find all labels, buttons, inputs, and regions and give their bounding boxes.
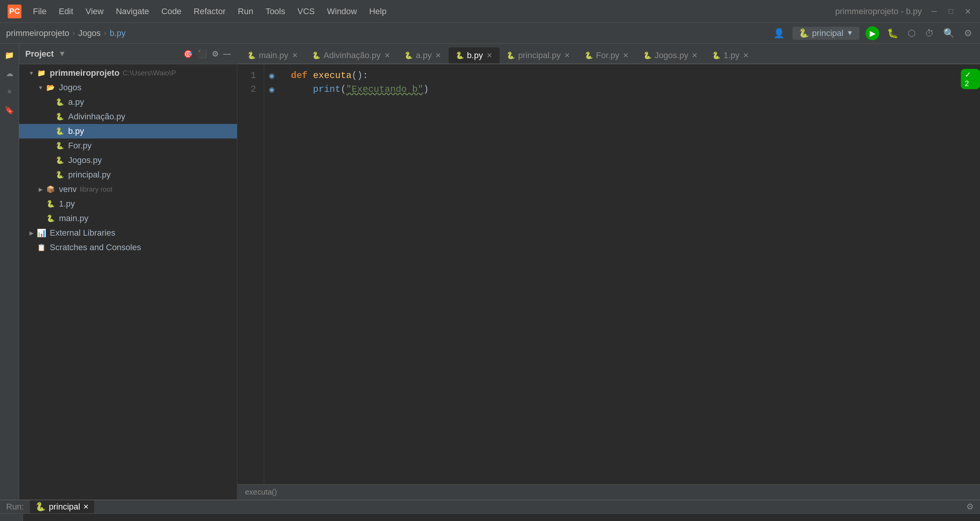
tab-adivinhacaopy[interactable]: 🐍 Adivinhação.py ✕ — [305, 47, 397, 64]
menu-file[interactable]: File — [28, 5, 52, 18]
code-breadcrumb: executa() — [237, 484, 980, 500]
window-controls: ─ □ ✕ — [929, 7, 972, 16]
editor-area: 🐍 main.py ✕ 🐍 Adivinhação.py ✕ 🐍 a.py ✕ … — [237, 44, 980, 500]
tab-apy[interactable]: 🐍 a.py ✕ — [397, 47, 449, 64]
breadcrumb-file[interactable]: b.py — [109, 28, 126, 38]
tree-item-adivinhacaopy[interactable]: 🐍 Adivinhação.py — [19, 109, 237, 124]
tab-bpy[interactable]: 🐍 b.py ✕ — [449, 47, 500, 64]
code-editor[interactable]: 1 2 ◉ ◉ def executa(): print("Executando… — [237, 64, 980, 484]
project-panel-header: Project ▼ 🎯 ⬛ ⚙ — — [19, 44, 237, 64]
editor-right: ✓ 2 — [961, 64, 980, 484]
menu-run[interactable]: Run — [232, 5, 258, 18]
tree-item-bpy[interactable]: 🐍 b.py — [19, 124, 237, 138]
close-button[interactable]: ✕ — [963, 7, 972, 16]
close-tab-mainpy[interactable]: ✕ — [291, 52, 298, 59]
debug-button[interactable]: 🐛 — [885, 26, 900, 40]
breakpoint-2[interactable]: ◉ — [266, 84, 278, 95]
run-config-selector[interactable]: 🐍 principal ▼ — [792, 27, 859, 40]
close-tab-forpy[interactable]: ✕ — [622, 52, 629, 59]
code-line-2: print("Executando b") — [291, 83, 953, 96]
profile-button[interactable]: ⏱ — [923, 26, 936, 40]
nav-bar: primmeiroprojeto › Jogos › b.py 👤 🐍 prin… — [0, 23, 980, 44]
tree-item-forpy[interactable]: 🐍 For.py — [19, 138, 237, 153]
menu-navigate[interactable]: Navigate — [111, 5, 155, 18]
tree-item-mainpy[interactable]: 🐍 main.py — [19, 211, 237, 226]
tree-item-apy[interactable]: 🐍 a.py — [19, 95, 237, 109]
tab-forpy[interactable]: 🐍 For.py ✕ — [578, 47, 636, 64]
run-output: C:\Users\Waio\PycharmProjects\primmeirop… — [23, 514, 980, 521]
project-close-icon[interactable]: — — [223, 49, 231, 59]
menu-refactor[interactable]: Refactor — [188, 5, 231, 18]
line-numbers: 1 2 — [237, 64, 264, 484]
coverage-button[interactable]: ⬡ — [906, 26, 917, 40]
project-panel: Project ▼ 🎯 ⬛ ⚙ — ▼ 📁 primmeiroprojeto C… — [19, 44, 237, 500]
run-button[interactable]: ▶ — [866, 26, 879, 40]
settings-button[interactable]: ⚙ — [962, 26, 974, 40]
close-tab-adivinhacaopy[interactable]: ✕ — [384, 52, 390, 59]
search-button[interactable]: 🔍 — [942, 26, 956, 40]
menu-edit[interactable]: Edit — [53, 5, 78, 18]
code-content[interactable]: def executa(): print("Executando b") — [283, 64, 961, 484]
tree-item-root[interactable]: ▼ 📁 primmeiroprojeto C:\Users\Waio\P — [19, 66, 237, 80]
run-label: Run: — [6, 502, 24, 512]
close-tab-apy[interactable]: ✕ — [435, 52, 442, 59]
check-badge: ✓ 2 — [961, 69, 980, 89]
locate-file-icon[interactable]: 🎯 — [183, 49, 193, 59]
tree-item-scratches[interactable]: 📋 Scratches and Consoles — [19, 240, 237, 255]
main-area: 📁 ☁ ≡ 🔖 Project ▼ 🎯 ⬛ ⚙ — ▼ 📁 primmeirop… — [0, 44, 980, 500]
sidebar-bookmarks-icon[interactable]: 🔖 — [1, 102, 18, 119]
menu-bar: File Edit View Navigate Code Refactor Ru… — [28, 5, 828, 18]
breadcrumb-project[interactable]: primmeiroprojeto — [6, 28, 69, 38]
user-icon[interactable]: 👤 — [772, 26, 786, 40]
close-tab-bpy[interactable]: ✕ — [486, 52, 493, 59]
menu-window[interactable]: Window — [322, 5, 362, 18]
breadcrumb-folder[interactable]: Jogos — [78, 28, 101, 38]
sidebar-commit-icon[interactable]: ☁ — [1, 65, 18, 82]
tab-principalpy[interactable]: 🐍 principal.py ✕ — [500, 47, 577, 64]
rerun-button[interactable]: ▶ — [3, 517, 20, 521]
collapse-all-icon[interactable]: ⚙ — [212, 49, 219, 59]
sidebar-project-icon[interactable]: 📁 — [1, 47, 18, 63]
expand-all-icon[interactable]: ⬛ — [198, 49, 207, 59]
tree-item-venv[interactable]: ▶ 📦 venv library root — [19, 182, 237, 197]
gutter: ◉ ◉ — [264, 64, 283, 484]
run-panel-settings[interactable]: ⚙ — [966, 502, 974, 512]
menu-help[interactable]: Help — [364, 5, 392, 18]
menu-tools[interactable]: Tools — [260, 5, 291, 18]
run-tab-principal[interactable]: 🐍 principal ✕ — [30, 500, 94, 513]
minimize-button[interactable]: ─ — [929, 7, 939, 16]
tree-item-jogos[interactable]: ▼ 📂 Jogos — [19, 80, 237, 95]
tab-1py[interactable]: 🐍 1.py ✕ — [705, 47, 756, 64]
menu-vcs[interactable]: VCS — [292, 5, 320, 18]
menu-code[interactable]: Code — [156, 5, 187, 18]
menu-view[interactable]: View — [80, 5, 109, 18]
run-panel: Run: 🐍 principal ✕ ⚙ ▶ ↑ ↓ ■ ↕ ⬆ 🖨 🗑 C:\… — [0, 500, 980, 521]
tabs-bar: 🐍 main.py ✕ 🐍 Adivinhação.py ✕ 🐍 a.py ✕ … — [237, 44, 980, 64]
tab-jogospy[interactable]: 🐍 Jogos.py ✕ — [636, 47, 705, 64]
breadcrumb: primmeiroprojeto › Jogos › b.py — [6, 28, 126, 38]
run-content: ▶ ↑ ↓ ■ ↕ ⬆ 🖨 🗑 C:\Users\Waio\PycharmPro… — [0, 514, 980, 521]
sidebar-structure-icon[interactable]: ≡ — [1, 83, 18, 100]
code-line-1: def executa(): — [291, 69, 953, 83]
window-title: primmeiroprojeto - b.py — [835, 7, 922, 16]
left-sidebar-icons: 📁 ☁ ≡ 🔖 — [0, 44, 19, 500]
maximize-button[interactable]: □ — [946, 7, 956, 16]
app-logo: PC — [8, 5, 21, 18]
breakpoint-1[interactable]: ◉ — [266, 70, 278, 81]
close-tab-principalpy[interactable]: ✕ — [564, 52, 571, 59]
tree-item-jogospy[interactable]: 🐍 Jogos.py — [19, 153, 237, 168]
tab-mainpy[interactable]: 🐍 main.py ✕ — [240, 47, 305, 64]
run-sidebar: ▶ ↑ ↓ ■ ↕ ⬆ 🖨 🗑 — [0, 514, 23, 521]
project-panel-title: Project — [25, 49, 54, 59]
project-header-icons: 🎯 ⬛ ⚙ — — [183, 49, 231, 59]
tree-item-1py[interactable]: 🐍 1.py — [19, 197, 237, 211]
nav-actions: 👤 🐍 principal ▼ ▶ 🐛 ⬡ ⏱ 🔍 ⚙ — [772, 26, 974, 40]
close-tab-1py[interactable]: ✕ — [743, 52, 750, 59]
run-panel-header: Run: 🐍 principal ✕ ⚙ — [0, 500, 980, 514]
tree-item-principalpy[interactable]: 🐍 principal.py — [19, 168, 237, 182]
tree-item-ext-libs[interactable]: ▶ 📊 External Libraries — [19, 226, 237, 240]
close-tab-jogospy[interactable]: ✕ — [691, 52, 698, 59]
project-tree: ▼ 📁 primmeiroprojeto C:\Users\Waio\P ▼ 📂… — [19, 64, 237, 500]
title-bar: PC File Edit View Navigate Code Refactor… — [0, 0, 980, 23]
